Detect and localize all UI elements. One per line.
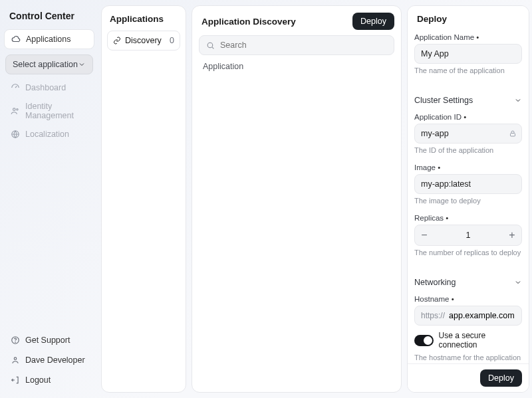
hostname-input-wrap: https:// xyxy=(414,306,522,326)
chevron-down-icon xyxy=(78,60,86,68)
application-item-count: 0 xyxy=(170,36,174,45)
replicas-stepper: − 1 + xyxy=(414,225,522,246)
app-name-label: Application Name • xyxy=(414,33,522,41)
image-help: The image to deploy xyxy=(414,197,522,205)
cloud-icon xyxy=(11,35,21,44)
search-input-wrap[interactable] xyxy=(199,35,394,55)
svg-point-0 xyxy=(13,108,16,111)
section-label: Networking xyxy=(414,278,456,287)
deploy-panel: Deploy Application Name • The name of th… xyxy=(407,5,529,393)
deploy-title: Deploy xyxy=(414,13,522,31)
sidebar-item-label: Applications xyxy=(26,35,70,44)
secure-connection-label: Use a secure connection xyxy=(439,331,523,349)
sidebar-item-label: Identity Management xyxy=(25,102,88,120)
app-name-input[interactable] xyxy=(414,44,522,64)
replicas-decrement[interactable]: − xyxy=(415,225,434,245)
applications-panel: Applications Discovery 0 xyxy=(101,5,186,393)
app-id-help: The ID of the application xyxy=(414,146,522,154)
deploy-button[interactable]: Deploy xyxy=(352,13,394,30)
sidebar-item-label: Dashboard xyxy=(25,83,66,92)
logout-icon xyxy=(11,375,20,385)
replicas-value: 1 xyxy=(434,231,503,240)
replicas-increment[interactable]: + xyxy=(503,225,521,245)
section-cluster-settings[interactable]: Cluster Settings xyxy=(414,90,522,110)
app-id-input[interactable] xyxy=(414,124,522,144)
sidebar-user[interactable]: Dave Developer xyxy=(4,350,94,370)
table-header-application: Application xyxy=(199,55,394,74)
svg-point-4 xyxy=(15,342,16,343)
chevron-down-icon xyxy=(514,96,522,104)
replicas-help: The number of replicas to deploy xyxy=(414,249,522,256)
sidebar-item-applications[interactable]: Applications xyxy=(4,29,94,49)
globe-icon xyxy=(11,130,20,139)
hostname-prefix: https:// xyxy=(415,306,449,325)
svg-point-1 xyxy=(17,109,18,110)
lock-icon xyxy=(509,130,517,138)
sidebar-footer-label: Logout xyxy=(25,375,51,385)
section-label: Cluster Settings xyxy=(414,96,473,105)
discovery-title: Application Discovery xyxy=(201,17,296,27)
image-label: Image • xyxy=(414,163,522,171)
replicas-label: Replicas • xyxy=(414,214,522,222)
sidebar-logout[interactable]: Logout xyxy=(4,370,94,390)
sidebar: Control Center Applications Select appli… xyxy=(0,0,98,398)
sidebar-footer-label: Dave Developer xyxy=(25,355,85,365)
hostname-label: Hostname • xyxy=(414,295,522,303)
discovery-panel: Application Discovery Deploy Application xyxy=(192,5,402,393)
section-networking[interactable]: Networking xyxy=(414,272,522,292)
search-input[interactable] xyxy=(220,41,387,50)
sidebar-footer-label: Get Support xyxy=(25,336,70,345)
sidebar-item-label: Localization xyxy=(25,130,69,139)
svg-rect-7 xyxy=(511,134,515,137)
application-item-discovery[interactable]: Discovery 0 xyxy=(107,31,180,50)
application-item-label: Discovery xyxy=(125,36,162,45)
svg-point-6 xyxy=(207,43,213,48)
sidebar-item-dashboard: Dashboard xyxy=(4,78,94,97)
sidebar-item-localization: Localization xyxy=(4,125,94,144)
app-id-label: Application ID • xyxy=(414,113,522,121)
users-icon xyxy=(11,106,20,116)
help-icon xyxy=(11,336,20,345)
sidebar-support[interactable]: Get Support xyxy=(4,330,94,350)
svg-point-5 xyxy=(14,357,17,360)
hostname-help: The hostname for the application xyxy=(414,353,522,361)
chevron-down-icon xyxy=(514,278,522,286)
applications-title: Applications xyxy=(107,13,180,31)
user-icon xyxy=(11,355,20,365)
select-application-dropdown[interactable]: Select application xyxy=(5,54,93,74)
hostname-input[interactable] xyxy=(449,306,529,325)
brand-title: Control Center xyxy=(4,8,94,29)
deploy-submit-button[interactable]: Deploy xyxy=(480,369,522,387)
gauge-icon xyxy=(11,83,20,92)
image-input[interactable] xyxy=(414,174,522,194)
sidebar-item-identity: Identity Management xyxy=(4,97,94,125)
app-name-help: The name of the application xyxy=(414,66,522,74)
search-icon xyxy=(206,41,215,50)
select-application-label: Select application xyxy=(13,60,78,69)
link-icon xyxy=(113,37,121,45)
secure-connection-toggle[interactable] xyxy=(414,335,434,346)
